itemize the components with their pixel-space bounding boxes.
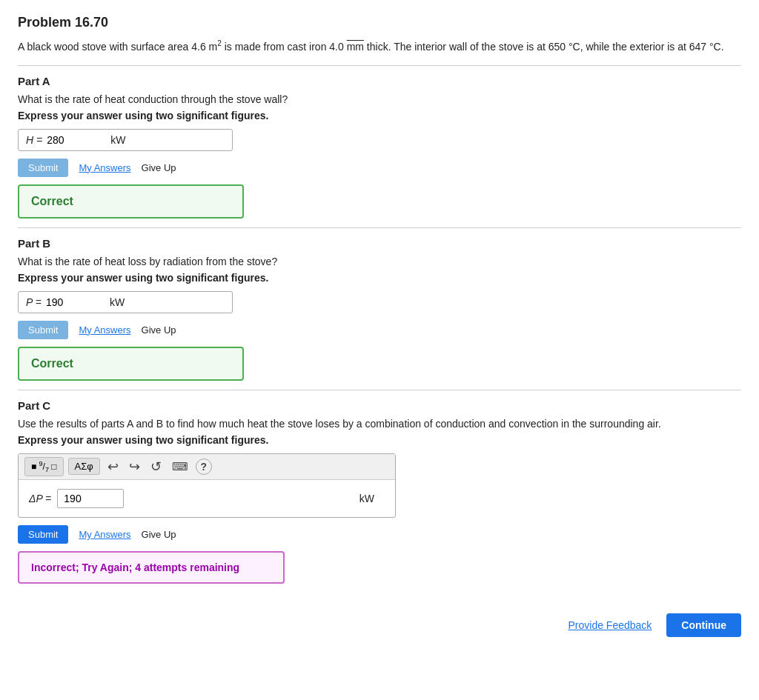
problem-description: A black wood stove with surface area 4.6… <box>18 38 741 55</box>
part-a-answer-label: H = <box>26 134 42 146</box>
part-c-answer-label: ΔP = <box>29 493 51 504</box>
part-c-answer-input[interactable] <box>57 489 124 508</box>
part-b-label: Part B <box>18 237 741 250</box>
part-b-button-row: Submit My Answers Give Up <box>18 321 741 339</box>
part-a-input-row: H = kW <box>18 129 233 151</box>
part-a-answer-input[interactable] <box>47 134 106 146</box>
part-a-give-up-button[interactable]: Give Up <box>142 162 176 173</box>
part-b-correct-text: Correct <box>31 357 73 370</box>
part-b-answer-label: P = <box>26 296 42 308</box>
part-c-unit: kW <box>359 493 374 504</box>
part-a-unit: kW <box>110 134 125 146</box>
part-c-incorrect-text: Incorrect; Try Again; 4 attempts remaini… <box>31 561 239 573</box>
math-template-button[interactable]: ■ 9/7 □ <box>24 457 64 476</box>
part-b-answer-input[interactable] <box>46 296 105 308</box>
part-a-question: What is the rate of heat conduction thro… <box>18 93 741 105</box>
part-b-give-up-button[interactable]: Give Up <box>142 324 176 336</box>
part-b-input-row: P = kW <box>18 291 233 313</box>
alpha-sigma-icon: ΑΣφ <box>75 461 93 472</box>
alpha-sigma-button[interactable]: ΑΣφ <box>68 458 100 475</box>
math-template-icon: ■ 9/7 □ <box>31 460 57 473</box>
part-b-instruction: Express your answer using two significan… <box>18 272 741 284</box>
part-c-answer-row: ΔP = kW <box>19 480 395 517</box>
part-a-my-answers-button[interactable]: My Answers <box>79 162 130 173</box>
help-button[interactable]: ? <box>196 459 212 475</box>
reset-button[interactable]: ↺ <box>148 457 165 476</box>
part-b-unit: kW <box>110 296 125 308</box>
problem-title: Problem 16.70 <box>18 15 741 30</box>
part-c-toolbar: ■ 9/7 □ ΑΣφ ↩ ↪ ↺ ⌨ ? <box>19 454 395 480</box>
part-b-submit-button[interactable]: Submit <box>18 321 68 339</box>
part-a-section: Part A What is the rate of heat conducti… <box>18 75 741 219</box>
part-c-my-answers-button[interactable]: My Answers <box>79 529 130 540</box>
part-c-label: Part C <box>18 399 741 412</box>
part-c-instruction: Express your answer using two significan… <box>18 434 741 446</box>
part-a-label: Part A <box>18 75 741 87</box>
part-c-incorrect-box: Incorrect; Try Again; 4 attempts remaini… <box>18 551 285 584</box>
continue-button[interactable]: Continue <box>666 613 741 637</box>
part-c-input-area: ■ 9/7 □ ΑΣφ ↩ ↪ ↺ ⌨ ? ΔP = kW <box>18 453 396 518</box>
part-a-submit-button[interactable]: Submit <box>18 159 68 177</box>
part-a-correct-text: Correct <box>31 195 73 207</box>
undo-button[interactable]: ↩ <box>105 457 122 476</box>
part-c-button-row: Submit My Answers Give Up <box>18 525 741 544</box>
part-b-question: What is the rate of heat loss by radiati… <box>18 256 741 267</box>
part-b-correct-box: Correct <box>18 347 244 381</box>
divider-part-a <box>18 65 741 66</box>
part-b-my-answers-button[interactable]: My Answers <box>79 324 130 336</box>
divider-part-c <box>18 390 741 390</box>
keyboard-button[interactable]: ⌨ <box>169 459 191 475</box>
divider-part-b <box>18 227 741 228</box>
footer-row: Provide Feedback Continue <box>18 606 741 637</box>
part-c-submit-button[interactable]: Submit <box>18 525 68 544</box>
part-b-section: Part B What is the rate of heat loss by … <box>18 237 741 381</box>
redo-button[interactable]: ↪ <box>126 457 143 476</box>
part-a-instruction: Express your answer using two significan… <box>18 110 741 121</box>
part-a-button-row: Submit My Answers Give Up <box>18 159 741 177</box>
provide-feedback-button[interactable]: Provide Feedback <box>569 619 652 631</box>
part-c-question: Use the results of parts A and B to find… <box>18 418 741 430</box>
part-c-section: Part C Use the results of parts A and B … <box>18 399 741 584</box>
part-c-give-up-button[interactable]: Give Up <box>142 529 176 540</box>
part-a-correct-box: Correct <box>18 184 244 219</box>
